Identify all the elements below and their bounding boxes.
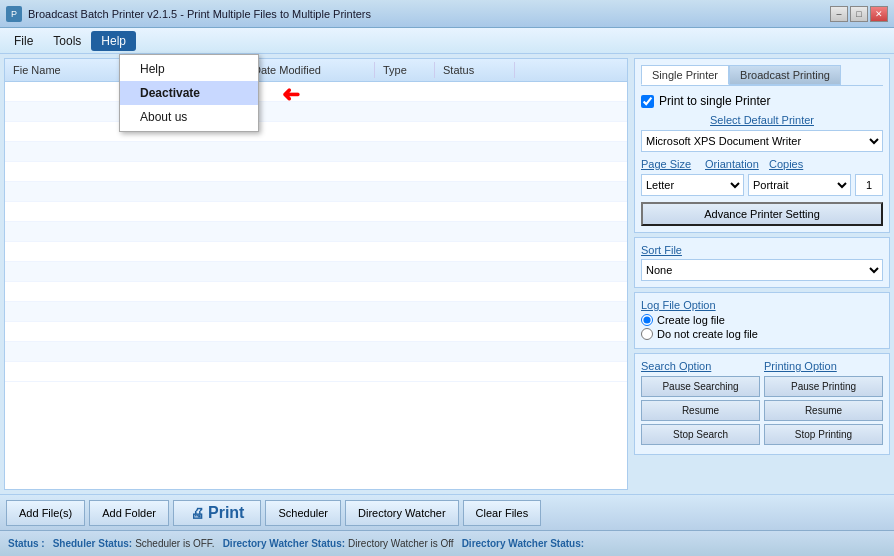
log-file-section: Log File Option Create log file Do not c… xyxy=(634,292,890,349)
help-menu-help[interactable]: Help xyxy=(120,57,258,81)
print-single-label: Print to single Printer xyxy=(659,94,770,108)
sort-file-section: Sort File NoneBy NameBy DateBy Size xyxy=(634,237,890,288)
close-button[interactable]: ✕ xyxy=(870,6,888,22)
resume-search-button[interactable]: Resume xyxy=(641,400,760,421)
dir-watcher-label: Directory Watcher Status: xyxy=(223,538,345,549)
file-table-area: Fie Name Size Date Modified Type Status xyxy=(4,58,628,490)
printer-select[interactable]: Microsoft XPS Document Writer xyxy=(641,130,883,152)
dir-watcher-label-2: Directory Watcher Status: xyxy=(462,538,584,549)
stop-printing-button[interactable]: Stop Printing xyxy=(764,424,883,445)
print-single-checkbox[interactable] xyxy=(641,95,654,108)
print-single-checkbox-row: Print to single Printer xyxy=(641,94,883,108)
minimize-button[interactable]: – xyxy=(830,6,848,22)
tab-single-printer[interactable]: Single Printer xyxy=(641,65,729,85)
menu-help[interactable]: Help xyxy=(91,31,136,51)
log-create-radio[interactable] xyxy=(641,314,653,326)
printing-option-label: Printing Option xyxy=(764,360,883,372)
menu-tools[interactable]: Tools xyxy=(43,31,91,51)
tab-broadcast-printing[interactable]: Broadcast Printing xyxy=(729,65,841,85)
pause-printing-button[interactable]: Pause Printing xyxy=(764,376,883,397)
table-row xyxy=(5,302,627,322)
log-nocreate-label: Do not create log file xyxy=(657,328,758,340)
search-option-label: Search Option xyxy=(641,360,760,372)
pause-searching-button[interactable]: Pause Searching xyxy=(641,376,760,397)
copies-label: Copies xyxy=(769,158,805,170)
help-menu-deactivate[interactable]: Deactivate ➜ xyxy=(120,81,258,105)
log-create-row: Create log file xyxy=(641,314,883,326)
table-row xyxy=(5,142,627,162)
dir-watcher-status-segment: Directory Watcher Status: Directory Watc… xyxy=(223,538,454,549)
window-controls[interactable]: – □ ✕ xyxy=(830,6,888,22)
select-printer-label: Select Default Printer xyxy=(641,114,883,126)
status-bar: Status : Sheduler Status: Scheduler is O… xyxy=(0,530,894,556)
add-folder-button[interactable]: Add Folder xyxy=(89,500,169,526)
table-row xyxy=(5,82,627,102)
title-bar: P Broadcast Batch Printer v2.1.5 - Print… xyxy=(0,0,894,28)
app-icon: P xyxy=(6,6,22,22)
advance-printer-setting-button[interactable]: Advance Printer Setting xyxy=(641,202,883,226)
printing-option-col: Printing Option Pause Printing Resume St… xyxy=(764,360,883,448)
maximize-button[interactable]: □ xyxy=(850,6,868,22)
scheduler-value: Scheduler is OFF. xyxy=(135,538,214,549)
page-size-controls: LetterA4Legal PortraitLandscape xyxy=(641,174,883,196)
sort-file-label: Sort File xyxy=(641,244,883,256)
table-row xyxy=(5,122,627,142)
search-option-col: Search Option Pause Searching Resume Sto… xyxy=(641,360,760,448)
col-type: Type xyxy=(375,62,435,78)
table-row xyxy=(5,282,627,302)
table-row xyxy=(5,162,627,182)
options-section: Search Option Pause Searching Resume Sto… xyxy=(634,353,890,455)
arrow-indicator: ➜ xyxy=(282,82,300,108)
help-menu-about[interactable]: About us xyxy=(120,105,258,129)
status-label: Status : xyxy=(8,538,45,549)
print-button[interactable]: 🖨 Print xyxy=(173,500,261,526)
table-row xyxy=(5,362,627,382)
table-row xyxy=(5,182,627,202)
copies-input[interactable] xyxy=(855,174,883,196)
table-row xyxy=(5,342,627,362)
printer-tabs-section: Single Printer Broadcast Printing Print … xyxy=(634,58,890,233)
scheduler-button[interactable]: Scheduler xyxy=(265,500,341,526)
bottom-toolbar: Add File(s) Add Folder 🖨 Print Scheduler… xyxy=(0,494,894,530)
menu-bar: File Tools Help Help Deactivate ➜ About … xyxy=(0,28,894,54)
tab-buttons: Single Printer Broadcast Printing xyxy=(641,65,883,86)
col-date: Date Modified xyxy=(245,62,375,78)
clear-files-button[interactable]: Clear Files xyxy=(463,500,542,526)
help-dropdown: Help Deactivate ➜ About us xyxy=(119,54,259,132)
log-nocreate-radio[interactable] xyxy=(641,328,653,340)
page-size-select[interactable]: LetterA4Legal xyxy=(641,174,744,196)
status-segment: Status : xyxy=(8,538,45,549)
right-panel: Single Printer Broadcast Printing Print … xyxy=(632,54,894,494)
page-size-label: Page Size xyxy=(641,158,701,170)
table-row xyxy=(5,102,627,122)
print-label: Print xyxy=(208,504,244,522)
stop-search-button[interactable]: Stop Search xyxy=(641,424,760,445)
directory-watcher-button[interactable]: Directory Watcher xyxy=(345,500,459,526)
table-header: Fie Name Size Date Modified Type Status xyxy=(5,59,627,82)
table-body xyxy=(5,82,627,484)
log-nocreate-row: Do not create log file xyxy=(641,328,883,340)
add-files-button[interactable]: Add File(s) xyxy=(6,500,85,526)
table-row xyxy=(5,202,627,222)
table-row xyxy=(5,262,627,282)
col-status: Status xyxy=(435,62,515,78)
sort-file-select[interactable]: NoneBy NameBy DateBy Size xyxy=(641,259,883,281)
log-file-label: Log File Option xyxy=(641,299,883,311)
orientation-select[interactable]: PortraitLandscape xyxy=(748,174,851,196)
scheduler-label: Sheduler Status: xyxy=(53,538,132,549)
scheduler-status-segment: Sheduler Status: Scheduler is OFF. xyxy=(53,538,215,549)
page-size-row: Page Size Oriantation Copies xyxy=(641,158,883,170)
dir-watcher-status-segment-2: Directory Watcher Status: xyxy=(462,538,584,549)
resume-printing-button[interactable]: Resume xyxy=(764,400,883,421)
dir-watcher-value: Directory Watcher is Off xyxy=(348,538,454,549)
menu-file[interactable]: File xyxy=(4,31,43,51)
table-row xyxy=(5,242,627,262)
title-text: Broadcast Batch Printer v2.1.5 - Print M… xyxy=(28,8,371,20)
printer-icon: 🖨 xyxy=(190,505,204,521)
log-create-label: Create log file xyxy=(657,314,725,326)
orientation-label: Oriantation xyxy=(705,158,765,170)
table-row xyxy=(5,322,627,342)
table-row xyxy=(5,222,627,242)
